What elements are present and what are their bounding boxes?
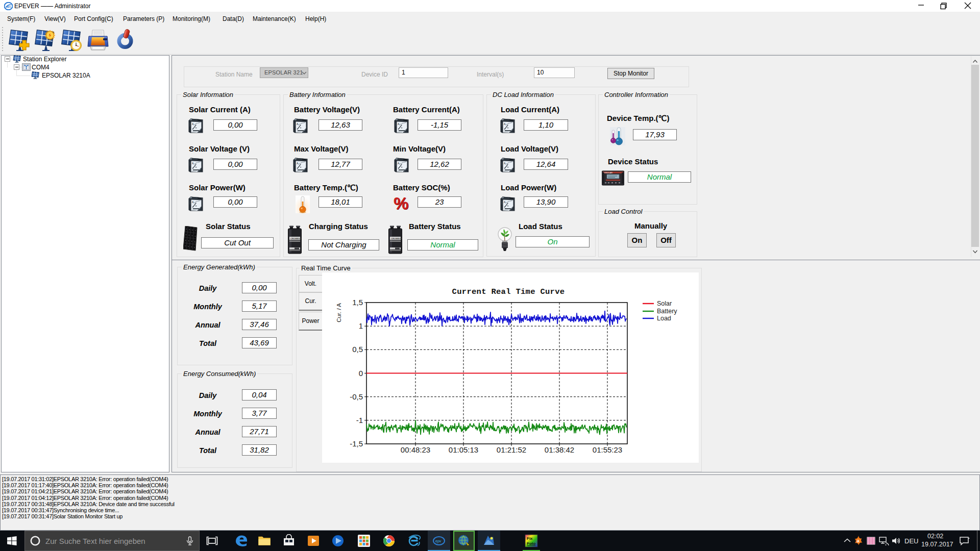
svg-text:1: 1 — [359, 321, 363, 330]
svg-text:-1,5: -1,5 — [350, 439, 363, 448]
svg-text:A: A — [504, 201, 506, 204]
svg-text:A: A — [192, 123, 194, 126]
svg-text:A: A — [297, 123, 299, 126]
svg-text:1,5: 1,5 — [352, 298, 363, 307]
svg-text:Current Real Time Curve: Current Real Time Curve — [452, 287, 565, 296]
svg-text:Load: Load — [657, 315, 671, 322]
svg-text:CROWEVE: CROWEVE — [290, 237, 302, 240]
svg-text:A: A — [504, 162, 506, 165]
svg-text:01:05:13: 01:05:13 — [449, 445, 478, 454]
svg-text:CROWEVE: CROWEVE — [391, 237, 402, 240]
svg-text:Foto: Foto — [527, 541, 535, 546]
svg-text:A: A — [297, 162, 299, 165]
svg-text:01:55:23: 01:55:23 — [593, 445, 622, 454]
svg-text:A: A — [192, 201, 194, 204]
svg-text:EPSOLAR: EPSOLAR — [604, 172, 612, 174]
svg-text:01:21:52: 01:21:52 — [497, 445, 526, 454]
svg-text:A: A — [398, 123, 400, 126]
svg-text:epv: epv — [435, 539, 442, 543]
svg-text:Fix: Fix — [527, 536, 533, 541]
svg-text:-1: -1 — [356, 416, 363, 424]
svg-text:eps: eps — [6, 5, 11, 8]
svg-text:01:38:42: 01:38:42 — [545, 445, 574, 454]
svg-text:-0,5: -0,5 — [350, 392, 363, 401]
svg-text:A: A — [192, 162, 194, 165]
svg-text:A: A — [398, 162, 400, 165]
svg-text:Solar: Solar — [657, 300, 672, 307]
svg-text:0,5: 0,5 — [352, 345, 363, 354]
svg-text:00:48:23: 00:48:23 — [401, 445, 430, 454]
svg-text:A: A — [504, 123, 506, 126]
svg-text:0: 0 — [359, 369, 363, 378]
svg-text:Battery: Battery — [657, 308, 677, 315]
svg-text:Cur. / A: Cur. / A — [336, 303, 342, 322]
svg-text:%: % — [394, 195, 408, 213]
